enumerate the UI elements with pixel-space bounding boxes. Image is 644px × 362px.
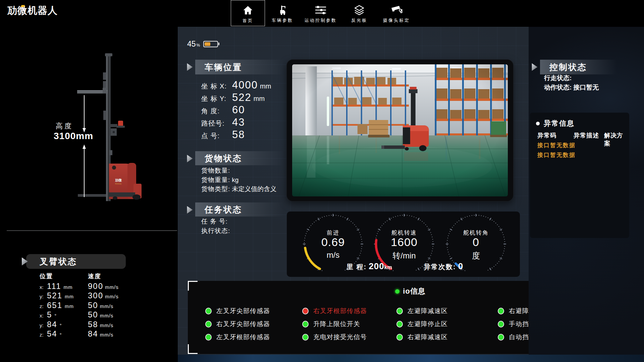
task-status-header: 任务状态 xyxy=(195,202,296,217)
position-value: 84 xyxy=(47,320,57,329)
io-status-dot xyxy=(205,321,212,327)
speed-unit: mm/s xyxy=(105,294,119,299)
table-row: z:54° 84mm/s xyxy=(40,329,119,339)
axis-label: y: xyxy=(40,322,47,328)
io-status-dot xyxy=(396,334,403,341)
nav-label: 首页 xyxy=(243,18,253,24)
table-row: y:521mm 300mm/s xyxy=(40,291,119,300)
svg-text:劢微: 劢微 xyxy=(115,178,122,182)
io-label: 升降上限位开关 xyxy=(313,320,360,328)
data-row: 货物类型:未定义值的含义 xyxy=(201,185,276,194)
section-arrow-icon xyxy=(21,257,29,266)
io-status-dot xyxy=(205,334,212,341)
height-dimension-arrow xyxy=(81,93,87,199)
gauge-panel: 前进 0.69 m/s 舵机转速 1600 转/min xyxy=(287,212,520,277)
column-header: 异常描述 xyxy=(574,131,599,139)
data-row: 角 度:60 xyxy=(201,104,271,116)
field-value: kg xyxy=(232,176,238,184)
axis-label: z: xyxy=(40,303,47,309)
cargo-status-rows: 货物数量: 货物重量:kg 货物类型:未定义值的含义 xyxy=(201,166,276,194)
vehicle-position-rows: 坐 标 X:4000mm 坐 标 Y:522mm 角 度:60 路径号:43 点… xyxy=(201,79,271,141)
nav-label: 反光板 xyxy=(351,17,367,23)
section-title: 车辆位置 xyxy=(195,62,242,73)
table-row: z:651mm 50mm/s xyxy=(40,301,119,310)
speed-value: 900 xyxy=(88,282,103,291)
field-label: 执行状态: xyxy=(201,227,230,235)
gauge-unit: 度 xyxy=(444,250,508,261)
right-panel: 控制状态 行走状态: 动作状态:接口暂无 异常信息 异常码 异常描述 解决方案 … xyxy=(529,27,644,355)
speed-column-header: 速度 xyxy=(88,272,101,280)
status-dot-icon xyxy=(395,289,399,294)
io-indicator: 左叉牙根部传感器 xyxy=(205,330,270,344)
nav-item-motion-control-params[interactable]: 运动控制参数 xyxy=(300,0,341,25)
sliders-icon xyxy=(315,4,326,16)
position-value: 54 xyxy=(47,329,57,339)
position-unit: mm xyxy=(63,284,72,290)
brand-logo: 劢微机器人 xyxy=(7,4,58,17)
table-row: x:5° 50mm/s xyxy=(40,310,119,319)
section-arrow-icon xyxy=(531,63,539,71)
io-indicator: 升降上限位开关 xyxy=(302,317,367,330)
speed-value: 50 xyxy=(88,301,98,310)
io-indicator: 左避障停止区 xyxy=(396,317,448,330)
abnormal-info-title-row: 异常信息 xyxy=(536,119,575,128)
io-label: 右叉牙尖部传感器 xyxy=(216,320,270,328)
section-title: 货物状态 xyxy=(195,153,242,164)
left-panel-divider xyxy=(7,230,177,231)
nav-item-reflector[interactable]: 反光板 xyxy=(341,0,377,25)
data-row: 坐 标 Y:522mm xyxy=(201,92,271,104)
io-label: 左避障减速区 xyxy=(408,307,448,315)
nav-item-camera-calibration[interactable]: 摄像头标定 xyxy=(377,0,416,25)
abnormal-row: 接口暂无数据 xyxy=(537,151,576,159)
abnormal-info-panel: 异常信息 异常码 异常描述 解决方案 接口暂无数据 接口暂无数据 xyxy=(530,113,629,238)
data-row: 执行状态: xyxy=(201,227,232,236)
io-label: 右避障减速区 xyxy=(408,333,448,342)
field-label: 坐 标 X: xyxy=(201,82,232,91)
data-row: 点 号:58 xyxy=(201,129,271,141)
position-value: 5 xyxy=(47,310,52,319)
io-status-dot xyxy=(498,334,504,341)
column-header: 异常码 xyxy=(537,131,556,139)
speed-unit: mm/s xyxy=(100,303,114,309)
field-label: 货物重量: xyxy=(201,176,230,184)
camera-feed xyxy=(292,64,508,196)
io-indicator: 左叉牙尖部传感器 xyxy=(205,304,270,317)
field-label: 路径号: xyxy=(201,119,232,128)
position-unit: ° xyxy=(54,313,57,318)
fork-table-header: 位置 速度 xyxy=(40,272,101,280)
section-arrow-icon xyxy=(186,63,194,71)
battery-indicator: 45 % xyxy=(187,40,218,49)
nav-label: 摄像头标定 xyxy=(383,17,410,23)
field-unit: mm xyxy=(260,82,271,90)
nav-item-home[interactable]: 首页 xyxy=(231,0,265,26)
io-label: 充电对接受光信号 xyxy=(313,333,367,342)
height-label: 高度 xyxy=(56,121,73,131)
data-row: 货物重量:kg xyxy=(201,176,276,185)
data-row: 路径号:43 xyxy=(201,116,271,129)
nav-item-vehicle-params[interactable]: 车辆参数 xyxy=(265,0,300,25)
gauge-value: 1600 xyxy=(372,236,436,249)
speed-value: 300 xyxy=(88,291,103,300)
section-arrow-icon xyxy=(186,205,194,214)
io-label: 左叉牙尖部传感器 xyxy=(216,307,270,315)
mileage-label: 里 程: xyxy=(346,262,367,272)
field-label: 货物类型: xyxy=(201,185,230,193)
field-value: 58 xyxy=(232,129,245,141)
cargo-status-header: 货物状态 xyxy=(195,151,296,165)
io-status-dot xyxy=(302,321,309,327)
speed-value: 50 xyxy=(88,310,98,319)
io-status-dot xyxy=(498,308,504,314)
abnormal-row: 接口暂无数据 xyxy=(537,141,576,149)
io-indicator: 充电对接受光信号 xyxy=(302,330,367,344)
reflector-layers-icon xyxy=(354,4,365,16)
field-label: 动作状态: xyxy=(544,83,572,92)
section-title: 任务状态 xyxy=(195,204,242,215)
axis-label: x: xyxy=(40,313,47,318)
section-arrow-icon xyxy=(186,154,194,163)
top-bar: 劢微机器人 首页 车辆参数 xyxy=(0,0,644,27)
bottom-texture-strip xyxy=(178,355,644,362)
corner-bracket xyxy=(188,344,198,354)
io-status-dot xyxy=(302,334,309,341)
io-info-title: io信息 xyxy=(403,286,426,296)
io-status-dot xyxy=(396,321,403,327)
